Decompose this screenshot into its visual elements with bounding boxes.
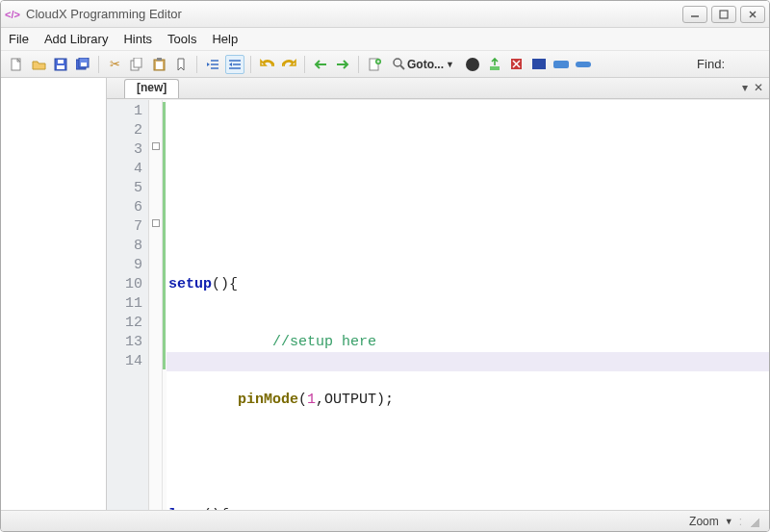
save-icon xyxy=(54,58,67,71)
menu-hints[interactable]: Hints xyxy=(123,32,152,46)
redo-button[interactable] xyxy=(279,55,298,74)
gear-dark-icon xyxy=(466,58,479,71)
indent-icon xyxy=(228,59,242,70)
sidebar-panel[interactable] xyxy=(1,78,107,510)
svg-rect-1 xyxy=(720,11,728,18)
zoom-dropdown-button[interactable]: ▼ xyxy=(725,517,733,526)
svg-rect-13 xyxy=(134,58,141,67)
stop-icon xyxy=(510,58,523,70)
compile-button[interactable] xyxy=(463,55,482,74)
minimize-icon xyxy=(690,10,700,19)
svg-rect-11 xyxy=(81,63,87,66)
goto-button[interactable]: Goto... ▼ xyxy=(387,58,460,71)
window-title: CloudX Programming Editor xyxy=(26,7,682,21)
copy-icon xyxy=(130,58,143,71)
main-area: [new] ▾ ✕ 1 2 3 4 5 6 7 8 9 10 11 12 13 xyxy=(1,78,769,510)
indent-button[interactable] xyxy=(225,55,244,74)
svg-marker-24 xyxy=(229,63,232,66)
save-button[interactable] xyxy=(51,55,70,74)
tab-label: [new] xyxy=(137,81,167,94)
toolbar-separator xyxy=(196,56,197,73)
goto-label: Goto... xyxy=(407,58,444,71)
find-area: Find: xyxy=(697,57,763,71)
bookmark-icon xyxy=(176,58,186,71)
fold-toggle-icon[interactable] xyxy=(152,142,160,150)
nav-forward-button[interactable] xyxy=(333,55,352,74)
toolbar-separator xyxy=(250,56,251,73)
bookmark-button[interactable] xyxy=(171,55,191,74)
resize-grip-icon[interactable] xyxy=(748,516,759,527)
arrow-left-icon xyxy=(314,60,327,69)
serial-button[interactable] xyxy=(552,55,571,74)
add-bookmark-button[interactable] xyxy=(365,55,384,74)
cut-button[interactable]: ✂ xyxy=(105,55,124,74)
save-all-button[interactable] xyxy=(73,55,92,74)
nav-back-button[interactable] xyxy=(311,55,330,74)
outdent-button[interactable] xyxy=(203,55,222,74)
arrow-right-icon xyxy=(336,60,349,69)
svg-marker-20 xyxy=(207,63,210,66)
menu-help[interactable]: Help xyxy=(212,32,238,46)
undo-icon xyxy=(260,59,274,70)
paste-button[interactable] xyxy=(149,55,168,74)
save-all-icon xyxy=(76,58,90,71)
new-file-button[interactable] xyxy=(7,55,26,74)
upload-icon xyxy=(488,58,501,71)
upload-button[interactable] xyxy=(485,55,504,74)
link-button[interactable] xyxy=(574,55,593,74)
folder-open-icon xyxy=(32,58,46,71)
tab-new[interactable]: [new] xyxy=(124,79,179,98)
maximize-icon xyxy=(719,10,729,19)
current-line-highlight xyxy=(167,352,769,371)
tab-bar: [new] ▾ ✕ xyxy=(107,78,769,99)
svg-rect-16 xyxy=(157,58,162,61)
scissors-icon: ✂ xyxy=(110,57,120,71)
search-icon xyxy=(393,58,405,70)
line-number-gutter: 1 2 3 4 5 6 7 8 9 10 11 12 13 14 xyxy=(107,100,149,510)
svg-rect-15 xyxy=(156,62,163,69)
toolbar-separator xyxy=(304,56,305,73)
find-label: Find: xyxy=(697,57,725,71)
new-file-icon xyxy=(10,58,23,71)
code-editor[interactable]: 1 2 3 4 5 6 7 8 9 10 11 12 13 14 xyxy=(107,99,769,510)
toolbar-separator xyxy=(358,56,359,73)
stop-button[interactable] xyxy=(507,55,526,74)
undo-button[interactable] xyxy=(257,55,276,74)
menu-bar: File Add Library Hints Tools Help xyxy=(1,28,769,51)
minimize-button[interactable] xyxy=(682,6,707,23)
file-plus-icon xyxy=(369,58,381,71)
menu-file[interactable]: File xyxy=(9,32,29,46)
close-button[interactable] xyxy=(740,6,765,23)
chevron-down-icon: ▼ xyxy=(446,60,454,69)
redo-icon xyxy=(282,59,296,70)
fold-gutter[interactable] xyxy=(149,100,163,510)
zoom-label: Zoom xyxy=(689,515,719,528)
svg-rect-8 xyxy=(58,60,64,63)
menu-add-library[interactable]: Add Library xyxy=(44,32,108,46)
chip-icon xyxy=(532,59,546,69)
port-icon xyxy=(553,61,569,68)
tab-close-button[interactable]: ✕ xyxy=(754,81,763,94)
board-button[interactable] xyxy=(529,55,549,74)
outdent-icon xyxy=(206,59,219,70)
maximize-button[interactable] xyxy=(711,6,736,23)
svg-point-29 xyxy=(394,59,401,66)
svg-line-30 xyxy=(400,65,404,69)
svg-rect-7 xyxy=(57,65,64,69)
svg-rect-31 xyxy=(490,66,500,70)
code-text[interactable]: setup(){ //setup here pinMode(1,OUTPUT);… xyxy=(167,100,769,510)
app-icon: </> xyxy=(5,7,20,22)
copy-button[interactable] xyxy=(127,55,146,74)
toolbar-separator xyxy=(98,56,99,73)
status-bar: Zoom ▼ : xyxy=(1,510,769,531)
open-button[interactable] xyxy=(29,55,48,74)
zoom-divider: : xyxy=(739,515,742,528)
menu-tools[interactable]: Tools xyxy=(167,32,196,46)
paste-icon xyxy=(153,58,166,71)
fold-toggle-icon[interactable] xyxy=(152,219,160,227)
editor-area: [new] ▾ ✕ 1 2 3 4 5 6 7 8 9 10 11 12 13 xyxy=(107,78,769,510)
toolbar: ✂ Goto... ▼ Find: xyxy=(1,51,769,78)
tab-dropdown-button[interactable]: ▾ xyxy=(742,81,748,94)
title-bar: </> CloudX Programming Editor xyxy=(1,1,769,28)
close-icon xyxy=(748,10,757,19)
